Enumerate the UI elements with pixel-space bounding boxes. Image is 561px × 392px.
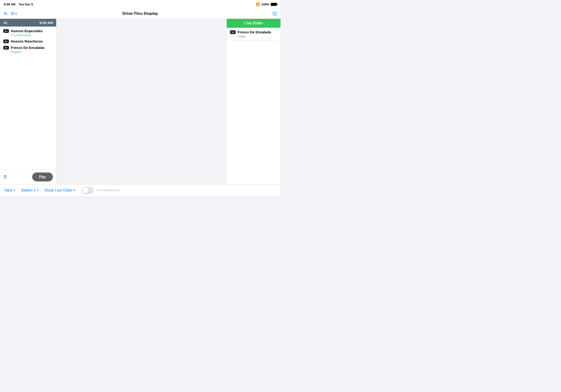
battery-pct: 100%	[261, 3, 269, 6]
item-modifier: A La Mexicana	[3, 33, 53, 37]
order-number: #2	[3, 21, 7, 25]
status-time: 9:58 AM	[4, 3, 15, 6]
station-chevron-icon: ⇅	[37, 189, 39, 192]
order-header: #2 9:58 AM	[0, 19, 56, 27]
refresh-icon[interactable]: ↻	[4, 11, 8, 16]
status-indicators: 📶 100%	[256, 2, 277, 6]
show-live-chevron-icon: ⇅	[73, 189, 76, 192]
live-order-divider	[230, 40, 277, 41]
station-button[interactable]: Station 1 ⇅	[21, 188, 39, 193]
live-order-item: 1× Fresco De Ensalada Large	[230, 30, 277, 38]
order-item-row: 1× Fresco De Ensalada	[3, 46, 53, 50]
bottom-bar: New ⇅ Station 1 ⇅ Show Live Order ⇅	[0, 184, 280, 196]
status-bar: 9:58 AM Tue Dec 5 📶 100%	[0, 0, 280, 9]
qty-badge: 1×	[3, 46, 9, 50]
order-item: 1× Huevos Rancheros	[3, 39, 53, 43]
live-order-item-row: 1× Fresco De Ensalada	[230, 30, 277, 34]
live-order-toggle[interactable]	[82, 187, 94, 194]
wifi-icon: 📶	[256, 2, 260, 6]
center-panel	[56, 19, 227, 184]
qty-badge: 1×	[3, 29, 9, 33]
qty-badge: 1×	[230, 30, 236, 34]
order-time: 9:58 AM	[40, 21, 53, 25]
live-item-modifier: Large	[230, 34, 277, 38]
right-panel: Live Order 1× Fresco De Ensalada Large	[227, 19, 280, 184]
show-live-label: Show Live Order	[44, 188, 72, 193]
nav-right-action[interactable]: ⊡	[272, 11, 277, 17]
nav-badge-wrap[interactable]: ⧉ 0	[11, 11, 17, 16]
live-order-header: Live Order	[227, 19, 280, 28]
orders-icon: ⧉	[11, 11, 14, 16]
toggle-track	[97, 190, 120, 191]
item-name: Huevos Especiales	[11, 29, 43, 33]
show-live-order-button[interactable]: Show Live Order ⇅	[44, 188, 76, 193]
item-modifier: Regular	[3, 50, 53, 54]
qty-badge: 1×	[3, 40, 9, 43]
item-name: Huevos Rancheros	[11, 39, 43, 43]
nav-bar: ↻ ⧉ 0 Drive-Thru Display ⊡	[0, 9, 280, 19]
item-name: Fresco De Ensalada	[11, 46, 44, 50]
order-item: 1× Fresco De Ensalada Regular	[3, 46, 53, 54]
menu-icon[interactable]: ☰	[3, 174, 7, 180]
order-items-list: 1× Huevos Especiales A La Mexicana 1× Hu…	[0, 27, 56, 169]
new-button[interactable]: New ⇅	[5, 188, 15, 193]
new-label: New	[5, 188, 12, 193]
live-order-items: 1× Fresco De Ensalada Large	[227, 28, 280, 45]
order-item-row: 1× Huevos Especiales	[3, 29, 53, 33]
new-chevron-icon: ⇅	[13, 189, 15, 192]
nav-title: Drive-Thru Display	[122, 11, 158, 16]
live-item-name: Fresco De Ensalada	[237, 30, 271, 34]
badge-count: 0	[15, 11, 17, 15]
main-content: #2 9:58 AM 1× Huevos Especiales A La Mex…	[0, 19, 280, 184]
left-panel: #2 9:58 AM 1× Huevos Especiales A La Mex…	[0, 19, 56, 184]
station-label: Station 1	[21, 188, 36, 193]
status-time-date: 9:58 AM Tue Dec 5	[4, 3, 33, 6]
order-item: 1× Huevos Especiales A La Mexicana	[3, 29, 53, 37]
order-item-row: 1× Huevos Rancheros	[3, 39, 53, 43]
pay-button[interactable]: Pay	[32, 173, 53, 181]
status-date: Tue Dec 5	[19, 3, 33, 6]
battery-icon	[271, 3, 277, 6]
live-order-toggle-wrap	[82, 187, 120, 194]
nav-left-actions: ↻ ⧉ 0	[4, 11, 17, 16]
order-footer: ☰ Pay	[0, 169, 56, 184]
